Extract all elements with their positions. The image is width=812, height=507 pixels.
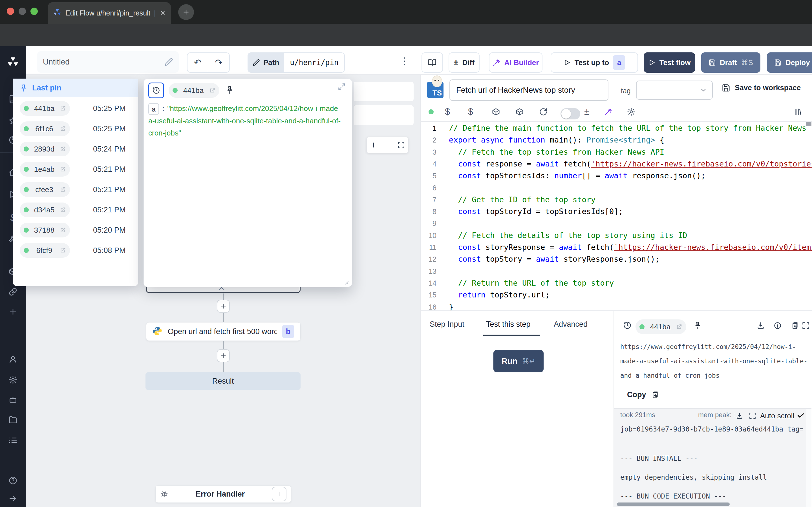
settings-gear-icon[interactable] — [8, 375, 17, 384]
new-tab-button[interactable] — [178, 4, 194, 20]
diff-icon[interactable]: ± — [584, 106, 590, 117]
package-icon[interactable] — [492, 108, 500, 116]
expand-logs-icon[interactable] — [749, 412, 756, 419]
draft-button[interactable]: Draft ⌘S — [701, 52, 760, 73]
pin-id-pill[interactable]: 1e4ab — [20, 162, 70, 177]
pin-id-pill[interactable]: d34a5 — [20, 203, 70, 217]
browser-tab[interactable]: Edit Flow u/henri/pin_results | — [48, 2, 171, 24]
variables-icon[interactable]: $ — [468, 107, 473, 117]
external-link-icon[interactable] — [60, 247, 66, 253]
editor-toggle[interactable] — [560, 108, 580, 119]
pin-list-item[interactable]: 1e4ab 05:21 PM — [13, 159, 138, 179]
add-icon[interactable] — [8, 307, 17, 316]
external-link-icon[interactable] — [60, 227, 66, 233]
ai-builder-button[interactable]: AI Builder — [489, 52, 543, 73]
zoom-in-icon[interactable] — [370, 142, 377, 149]
flow-input-node[interactable] — [353, 82, 414, 101]
traffic-light-minimize[interactable] — [18, 8, 26, 15]
pin-list-item[interactable]: d34a5 05:21 PM — [13, 200, 138, 220]
fullscreen-icon[interactable] — [802, 322, 810, 330]
pin-icon[interactable] — [694, 321, 702, 330]
undo-button[interactable]: ↶ — [187, 52, 208, 73]
code-editor[interactable]: 12345678910111213141516 // Define the ma… — [420, 122, 812, 311]
last-pin-header[interactable]: Last pin — [13, 78, 138, 97]
logs-horizontal-scrollbar[interactable] — [617, 503, 730, 506]
pin-id-pill[interactable]: cfee3 — [20, 182, 70, 197]
tab-step-input[interactable]: Step Input — [430, 320, 464, 329]
diff-button[interactable]: ± Diff — [449, 52, 479, 73]
pin-id-pill[interactable]: 6f1c6 — [20, 121, 70, 136]
save-to-workspace-button[interactable]: Save to workspace — [722, 83, 801, 92]
copy-clipboard-icon[interactable] — [791, 322, 799, 330]
external-link-icon[interactable] — [676, 324, 682, 330]
pin-list-item[interactable]: 37188 05:20 PM — [13, 220, 138, 240]
result-id-pill[interactable]: 441ba — [168, 83, 219, 98]
help-icon[interactable] — [8, 476, 17, 485]
fit-view-icon[interactable] — [398, 142, 405, 149]
flow-node-partial[interactable] — [353, 105, 414, 125]
traffic-light-zoom[interactable] — [31, 8, 38, 15]
flow-result-node[interactable]: Result — [146, 372, 301, 390]
pin-id-pill[interactable]: 37188 — [20, 223, 70, 237]
tab-advanced[interactable]: Advanced — [554, 320, 588, 329]
tab-test-this-step[interactable]: Test this step — [486, 320, 530, 329]
add-error-handler-button[interactable] — [272, 487, 287, 501]
assets-icon[interactable]: $ — [445, 107, 450, 117]
external-link-icon[interactable] — [60, 186, 66, 193]
tab-close-icon[interactable] — [160, 10, 166, 16]
external-link-icon[interactable] — [60, 126, 66, 132]
test-flow-button[interactable]: Test flow — [644, 52, 695, 73]
external-link-icon[interactable] — [60, 166, 66, 172]
docs-book-button[interactable] — [421, 52, 443, 73]
pin-id-pill[interactable]: 2893d — [20, 142, 70, 156]
edit-name-pencil-icon[interactable] — [165, 58, 173, 66]
resize-handle[interactable] — [342, 278, 349, 285]
external-link-icon[interactable] — [60, 207, 66, 213]
redo-button[interactable]: ↷ — [208, 52, 230, 73]
editor-scrollbar-thumb[interactable] — [806, 122, 811, 126]
flow-node-b[interactable]: Open url and fetch first 500 words of ..… — [146, 322, 301, 341]
reload-script-icon[interactable] — [539, 108, 548, 116]
flow-name-field[interactable]: Untitled — [37, 51, 179, 73]
ai-wand-icon[interactable] — [604, 108, 612, 116]
path-value[interactable]: u/henri/pin — [284, 52, 345, 73]
audit-logs-icon[interactable] — [8, 436, 17, 445]
deploy-button[interactable]: Deploy — [767, 52, 812, 73]
external-link-icon[interactable] — [209, 87, 215, 94]
pin-list-item[interactable]: 6f1c6 05:25 PM — [13, 119, 138, 139]
json-key-chip[interactable]: a — [148, 103, 159, 115]
pin-list-item[interactable]: 2893d 05:24 PM — [13, 139, 138, 159]
run-button[interactable]: Run ⌘↵ — [493, 350, 544, 372]
info-icon[interactable] — [774, 322, 781, 330]
copy-button[interactable]: Copy — [627, 390, 659, 399]
test-up-to-button[interactable]: Test up to a — [551, 52, 638, 73]
folders-icon[interactable] — [8, 415, 17, 425]
logs-vertical-scrollbar[interactable] — [806, 409, 811, 507]
assistant-robot-icon[interactable] — [8, 395, 17, 404]
script-settings-gear-icon[interactable] — [627, 108, 636, 116]
more-options-kebab-icon[interactable]: ⋮ — [400, 55, 409, 66]
download-result-icon[interactable] — [757, 322, 765, 330]
windmill-logo[interactable] — [7, 56, 19, 69]
zoom-out-icon[interactable] — [384, 142, 391, 149]
expand-popup-icon[interactable] — [338, 83, 346, 91]
expand-sidebar-arrow-icon[interactable] — [8, 494, 17, 503]
history-icon[interactable] — [623, 321, 631, 330]
result-id-pill[interactable]: 441ba — [636, 320, 686, 334]
traffic-light-close[interactable] — [7, 8, 14, 15]
package-icon[interactable] — [515, 108, 524, 116]
library-panel-icon[interactable] — [794, 108, 802, 116]
step-summary-input[interactable] — [449, 79, 608, 101]
resources-link-icon[interactable] — [8, 287, 17, 296]
download-logs-icon[interactable] — [736, 412, 743, 419]
insert-step-button[interactable] — [217, 349, 230, 362]
pin-id-pill[interactable]: 441ba — [20, 101, 70, 116]
history-button[interactable] — [148, 82, 164, 98]
tag-select[interactable] — [636, 80, 713, 100]
path-control[interactable]: Path u/henri/pin — [248, 52, 345, 73]
pin-id-pill[interactable]: 6fcf9 — [20, 243, 70, 258]
pin-icon[interactable] — [225, 86, 234, 94]
account-icon[interactable] — [8, 355, 17, 364]
external-link-icon[interactable] — [60, 146, 66, 152]
insert-step-button[interactable] — [217, 300, 230, 313]
